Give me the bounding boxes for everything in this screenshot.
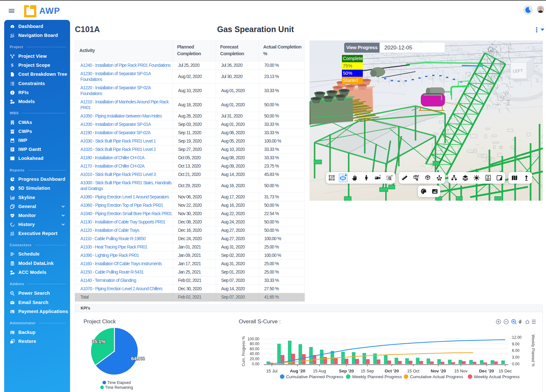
svg-text:20.00: 20.00: [250, 357, 259, 361]
svg-text:Cumulative Planned Progress: Cumulative Planned Progress: [286, 374, 344, 379]
svg-text:15 Oct: 15 Oct: [407, 369, 420, 373]
svg-text:40.00: 40.00: [250, 352, 259, 356]
svg-text:Weekly Planned Progress: Weekly Planned Progress: [352, 374, 402, 379]
svg-text:80.00: 80.00: [250, 342, 259, 346]
svg-text:15 Jul: 15 Jul: [266, 369, 278, 373]
svg-text:Dec '20: Dec '20: [479, 369, 494, 373]
svg-text:100.00: 100.00: [247, 337, 259, 341]
svg-text:Cumulative Actual Progress: Cumulative Actual Progress: [410, 374, 463, 379]
svg-text:3.00: 3.00: [512, 355, 520, 360]
svg-text:Weekly Planned %: Weekly Planned %: [531, 335, 535, 367]
svg-text:Sep '20: Sep '20: [339, 369, 354, 373]
svg-text:Cum. Progress %: Cum. Progress %: [241, 336, 246, 366]
svg-text:12.00: 12.00: [512, 335, 522, 340]
svg-text:6.00: 6.00: [512, 348, 520, 353]
svg-text:15 Sep: 15 Sep: [361, 369, 374, 373]
svg-text:60.00: 60.00: [250, 347, 259, 351]
svg-text:Aug '20: Aug '20: [290, 369, 305, 373]
svg-text:15 Dec: 15 Dec: [498, 369, 512, 373]
svg-text:Weekly Actual Progress: Weekly Actual Progress: [474, 374, 520, 379]
svg-text:0.00: 0.00: [512, 362, 520, 366]
svg-text:Nov '20: Nov '20: [431, 369, 446, 373]
svg-text:15 Nov: 15 Nov: [454, 369, 468, 373]
svg-text:Oct '20: Oct '20: [385, 369, 399, 373]
svg-text:9.00: 9.00: [512, 342, 520, 346]
svg-text:15 Aug: 15 Aug: [313, 369, 326, 373]
svg-text:0.00: 0.00: [252, 362, 260, 366]
